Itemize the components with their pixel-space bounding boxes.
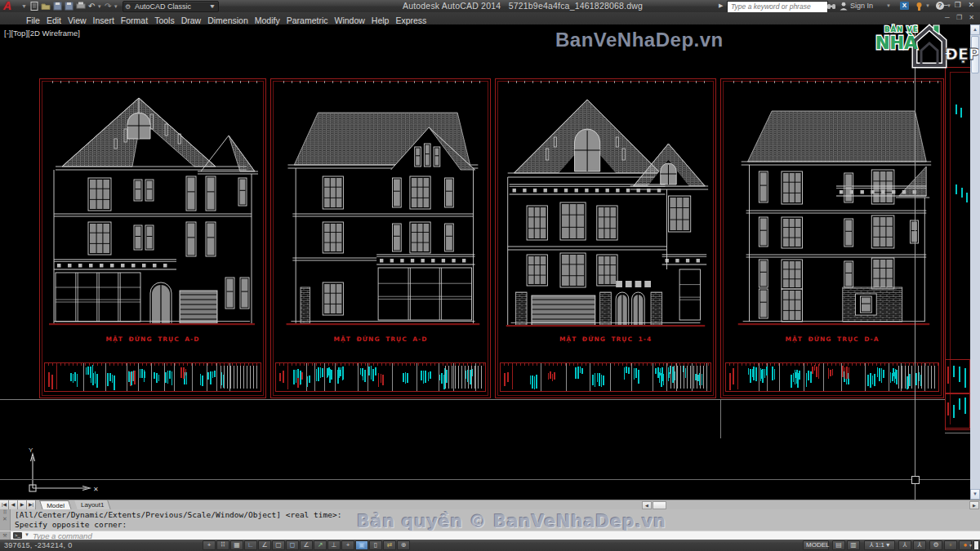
status-bar: 397615, -234214, 0 +⠿▦∟∠▢◻∠↗⊥+▣▯⇄⊕ MODEL… <box>0 540 980 551</box>
minimize-button[interactable]: ─ <box>942 1 950 9</box>
menu-insert[interactable]: Insert <box>90 15 118 27</box>
sheet-title: MẶT ĐỨNG TRỤC 1-4 <box>496 335 715 343</box>
menu-modify[interactable]: Modify <box>252 15 283 27</box>
menu-express[interactable]: Express <box>392 15 430 27</box>
exchange-apps-icon[interactable]: X <box>900 2 909 10</box>
autoscale-icon[interactable]: ⅄ <box>913 540 926 550</box>
tab-last-button[interactable]: ▶| <box>27 500 36 509</box>
menu-draw[interactable]: Draw <box>178 15 205 27</box>
svg-text:↷: ↷ <box>105 2 112 11</box>
footer-watermark: Bản quyền © BanVeNhaDep.vn <box>357 512 666 531</box>
status-toggle-12[interactable]: ▯ <box>369 540 382 550</box>
crosshair-vertical <box>915 24 915 500</box>
sheet-title: MẶT ĐỨNG TRỤC D-A <box>721 335 943 343</box>
status-toggle-14[interactable]: ⊕ <box>397 540 410 550</box>
hscroll-left-button[interactable]: ◀ <box>642 501 652 509</box>
command-history[interactable]: ⠿✕ [All/Center/Dynamic/Extents/Previous/… <box>0 509 980 531</box>
tray-caret-icon[interactable]: ▼ <box>969 543 973 548</box>
scroll-down-button[interactable]: ▼ <box>970 489 980 500</box>
doc-restore-button[interactable]: ❐ <box>956 14 964 21</box>
menu-file[interactable]: File <box>23 15 43 27</box>
hscroll-thumb[interactable] <box>653 501 666 509</box>
svg-text:▾: ▾ <box>98 3 101 9</box>
command-input-row[interactable]: ⚒ >_ ▼ Type a command <box>0 531 980 540</box>
drawing-canvas[interactable]: [-][Top][2D Wireframe] BanVeNhaDep.vn MẶ… <box>0 24 970 500</box>
svg-text:ĐẸP: ĐẸP <box>945 45 978 63</box>
maximize-button[interactable]: ❐ <box>955 1 964 9</box>
crosshair-horizontal <box>0 479 970 480</box>
window-title: Autodesk AutoCAD 2014 5721b9e4a4fca_1461… <box>351 1 694 11</box>
sign-in-caret-icon[interactable]: ▼ <box>886 3 891 8</box>
svg-text:BẢN VẼ: BẢN VẼ <box>884 24 919 33</box>
status-toggle-6[interactable]: ◻ <box>286 540 299 550</box>
status-toggle-4[interactable]: ∠ <box>258 540 271 550</box>
status-toggle-2[interactable]: ▦ <box>230 540 243 550</box>
search-input[interactable] <box>727 1 828 13</box>
close-button[interactable]: ✕ <box>968 1 977 9</box>
dimension-strip <box>44 362 261 392</box>
status-toggle-5[interactable]: ▢ <box>272 540 285 550</box>
watermark-text: BanVeNhaDep.vn <box>555 29 724 51</box>
command-caret-icon[interactable]: ▼ <box>24 532 29 537</box>
tab-first-button[interactable]: |◀ <box>0 500 9 509</box>
command-history-line: [All/Center/Dynamic/Extents/Previous/Sca… <box>15 510 341 519</box>
menu-parametric[interactable]: Parametric <box>283 15 332 27</box>
elevation-sheet-2: MẶT ĐỨNG TRỤC A-D <box>270 78 491 398</box>
menu-help[interactable]: Help <box>368 15 393 27</box>
vertical-scrollbar[interactable]: ▲ ▼ <box>970 24 980 500</box>
model-space-button[interactable]: MODEL <box>803 540 829 550</box>
tab-layout1[interactable]: Layout1 <box>74 500 111 509</box>
autocad-app-icon[interactable]: A <box>3 0 21 12</box>
menu-view[interactable]: View <box>65 15 90 27</box>
annotation-scale-button[interactable]: ⅄ 1:1 ▾ <box>864 540 895 550</box>
menu-edit[interactable]: Edit <box>43 15 65 27</box>
status-toggle-11[interactable]: ▣ <box>355 540 368 550</box>
workspace-gear-icon[interactable]: ⚙ <box>929 540 942 550</box>
svg-text:↶: ↶ <box>88 2 95 11</box>
sheet-title: MẶT ĐỨNG TRỤC A-D <box>40 335 265 343</box>
elevation-drawing <box>724 82 941 335</box>
clean-screen-button[interactable] <box>973 540 979 550</box>
svg-text:Y: Y <box>29 447 33 454</box>
infocenter-collapse-icon[interactable]: ▶ <box>719 2 723 9</box>
elevation-sheet-4: MẶT ĐỨNG TRỤC D-A <box>720 78 944 398</box>
apps-caret-icon[interactable]: ▼ <box>925 3 930 8</box>
tab-prev-button[interactable]: ◀ <box>9 500 18 509</box>
status-toggle-13[interactable]: ⇄ <box>383 540 396 550</box>
status-toggle-8[interactable]: ↗ <box>314 540 327 550</box>
doc-minimize-button[interactable]: ─ <box>945 14 952 21</box>
keyhole-icon[interactable] <box>915 2 924 11</box>
status-toggle-0[interactable]: + <box>203 540 216 550</box>
sign-in-button[interactable]: Sign In <box>850 2 873 10</box>
toolbar-overflow-caret-icon[interactable]: ▼ <box>209 3 215 9</box>
doc-close-button[interactable]: ✕ <box>969 14 977 21</box>
menu-bar: FileEditViewInsertFormatToolsDrawDimensi… <box>0 12 980 24</box>
elevation-sheet-3: MẶT ĐỨNG TRỤC 1-4 <box>495 78 716 398</box>
dimension-strip <box>725 362 939 392</box>
viewport-controls-label[interactable]: [-][Top][2D Wireframe] <box>4 29 80 38</box>
workspace-switcher[interactable]: ⚙ AutoCAD Classic ▼ <box>122 1 219 12</box>
svg-text:NHÀ: NHÀ <box>875 33 918 53</box>
elevation-drawing <box>274 82 488 335</box>
toolbar-lock-icon[interactable]: ▫ <box>944 540 957 550</box>
hscroll-right-button[interactable]: ▶ <box>969 501 979 509</box>
status-toggle-9[interactable]: ⊥ <box>327 540 341 550</box>
quick-access-toolbar[interactable]: ↶ ▾ ↷ ▾ <box>29 1 121 11</box>
layout-tab-icon[interactable]: ▥ <box>847 540 860 550</box>
status-toggle-1[interactable]: ⠿ <box>216 540 229 550</box>
app-menu-caret-icon[interactable]: ▼ <box>21 3 27 9</box>
tab-next-button[interactable]: ▶ <box>18 500 27 509</box>
menu-tools[interactable]: Tools <box>151 15 178 27</box>
status-toggle-7[interactable]: ∠ <box>300 540 313 550</box>
search-binoculars-icon[interactable] <box>826 2 836 11</box>
menu-dimension[interactable]: Dimension <box>204 15 252 27</box>
menu-format[interactable]: Format <box>118 15 151 27</box>
status-toggle-10[interactable]: + <box>341 540 354 550</box>
dimension-strip <box>275 362 486 392</box>
sign-in-user-icon <box>840 2 848 11</box>
model-tab-icon[interactable]: ▤ <box>832 540 845 550</box>
annotation-visibility-icon[interactable]: ⅄ <box>898 540 911 550</box>
status-toggle-3[interactable]: ∟ <box>244 540 257 550</box>
menu-window[interactable]: Window <box>331 15 368 27</box>
elevation-drawing <box>498 82 713 335</box>
